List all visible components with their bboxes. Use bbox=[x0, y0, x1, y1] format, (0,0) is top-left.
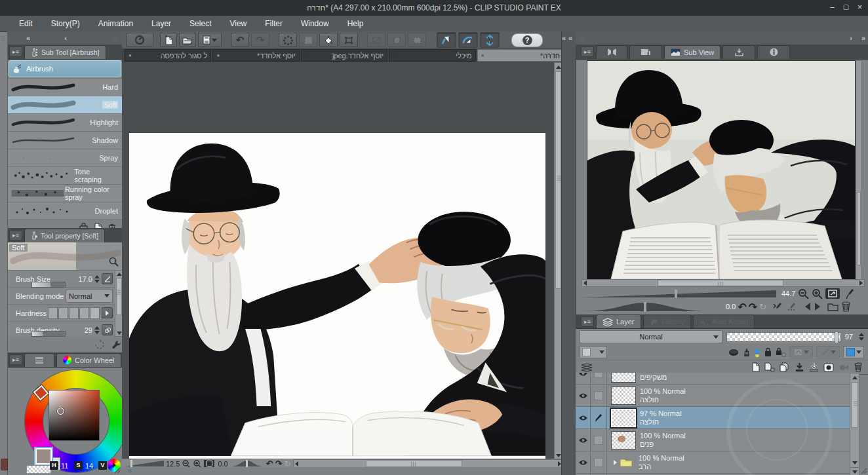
canvas-viewport[interactable] bbox=[122, 62, 554, 459]
layer-effect-select[interactable] bbox=[580, 346, 607, 358]
canvas-rotation-slider[interactable] bbox=[230, 460, 264, 467]
layer-name[interactable]: חולצה bbox=[640, 418, 682, 427]
sub-tool-tab[interactable]: Sub Tool [Airbrush] bbox=[24, 45, 106, 59]
transparent-color-swatch[interactable] bbox=[26, 465, 51, 474]
draft-layer-icon[interactable] bbox=[754, 347, 760, 358]
menu-item-layer[interactable]: Layer bbox=[143, 19, 180, 28]
folder-expand-arrow[interactable] bbox=[614, 460, 617, 465]
import-tab[interactable] bbox=[722, 45, 755, 59]
hardness-step-2[interactable] bbox=[58, 307, 68, 319]
layer-checkbox[interactable] bbox=[594, 373, 603, 378]
previous-image-button[interactable] bbox=[805, 303, 810, 311]
snap-ruler-button[interactable] bbox=[437, 32, 456, 48]
undo-button[interactable]: ↶ bbox=[231, 33, 249, 47]
sub-view-zoom-slider[interactable] bbox=[582, 290, 776, 298]
sub-view-rotate-ccw[interactable]: ↶ bbox=[738, 301, 746, 313]
sub-view-hscrollbar[interactable]: ||| bbox=[582, 279, 865, 287]
panel-menu-icon[interactable]: ▸≡ bbox=[581, 316, 594, 327]
layer-thumbnail[interactable] bbox=[611, 409, 636, 427]
menu-item-window[interactable]: Window bbox=[292, 19, 338, 28]
snap-grid-button[interactable] bbox=[480, 32, 500, 48]
reset-all-settings-icon[interactable] bbox=[94, 339, 105, 350]
blending-mode-select[interactable]: Normal bbox=[66, 290, 113, 303]
brush-size-slider[interactable] bbox=[31, 282, 66, 288]
panel-menu-icon[interactable]: ▸≡ bbox=[581, 47, 594, 57]
color-wheel-tab[interactable]: Color Wheel bbox=[56, 353, 121, 367]
canvas-page[interactable] bbox=[129, 133, 545, 459]
panel-menu-icon[interactable]: ▸≡ bbox=[9, 230, 22, 240]
visibility-eye-icon[interactable] bbox=[578, 437, 588, 444]
sv-square[interactable] bbox=[49, 390, 100, 441]
layer-list-scrollbar[interactable]: ||| bbox=[850, 373, 859, 475]
new-raster-layer-icon[interactable] bbox=[751, 362, 760, 372]
layer-blend-mode-select[interactable]: Normal bbox=[580, 330, 722, 343]
snap-special-ruler-button[interactable] bbox=[458, 32, 478, 48]
brush-item-highlight[interactable]: Highlight bbox=[8, 114, 122, 132]
menu-item-filter[interactable]: Filter bbox=[256, 19, 291, 28]
layer-opacity-value[interactable]: 97 bbox=[845, 333, 853, 341]
visibility-eye-icon[interactable] bbox=[578, 373, 588, 377]
brush-size-up[interactable] bbox=[94, 275, 100, 278]
expand-status-icon[interactable]: « bbox=[125, 469, 134, 474]
layer-checkbox[interactable] bbox=[594, 391, 603, 400]
minimize-button[interactable]: – bbox=[827, 2, 838, 12]
stroke-preview-settings-icon[interactable] bbox=[109, 257, 119, 267]
deselect-button[interactable] bbox=[279, 33, 297, 47]
maximize-button[interactable]: ▢ bbox=[840, 2, 852, 12]
hue-ring-marker[interactable] bbox=[33, 385, 49, 401]
merge-down-icon[interactable] bbox=[795, 362, 804, 372]
transfer-down-icon[interactable] bbox=[809, 362, 819, 372]
hardness-step-1[interactable] bbox=[48, 307, 58, 319]
brush-item-droplet[interactable]: Droplet bbox=[8, 202, 122, 220]
brush-size-dynamics-button[interactable] bbox=[102, 273, 113, 284]
wrench-icon[interactable] bbox=[111, 339, 122, 350]
save-dropdown-arrow[interactable] bbox=[212, 39, 217, 42]
menu-item-view[interactable]: View bbox=[221, 19, 255, 28]
brush-size-value[interactable]: 17.0 bbox=[79, 275, 92, 283]
lock-layer-icon[interactable] bbox=[764, 347, 772, 357]
doc-tab-1[interactable]: ל סגור להדפסה ● bbox=[125, 49, 211, 62]
layer-color-button[interactable] bbox=[843, 346, 864, 358]
doc-tab-close-icon[interactable]: × bbox=[305, 52, 309, 60]
shear-button[interactable] bbox=[387, 33, 406, 47]
brush-item-hard[interactable]: Hard bbox=[8, 79, 122, 96]
hardness-step-5[interactable] bbox=[90, 307, 100, 319]
fit-to-screen-button[interactable] bbox=[204, 460, 214, 468]
layer-tab[interactable]: Layer bbox=[596, 314, 641, 328]
sub-view-vscrollbar[interactable] bbox=[856, 60, 862, 280]
brush-item-running-color-spray[interactable]: Running color spray bbox=[8, 185, 122, 202]
eyedropper-settings-icon[interactable] bbox=[786, 301, 798, 312]
apply-mask-icon[interactable] bbox=[838, 363, 849, 372]
canvas-artwork[interactable] bbox=[129, 133, 545, 459]
reference-layer-icon[interactable] bbox=[743, 347, 751, 357]
brush-density-dynamics-button[interactable] bbox=[102, 324, 113, 335]
panel-menu-icon[interactable]: ▸≡ bbox=[9, 47, 22, 57]
next-image-button[interactable] bbox=[815, 303, 820, 311]
hardness-step-3[interactable] bbox=[69, 307, 79, 319]
visibility-eye-icon[interactable] bbox=[578, 459, 588, 466]
brush-density-value[interactable]: 29 bbox=[85, 326, 92, 334]
brush-item-shadow[interactable]: Shadow bbox=[8, 132, 122, 149]
visibility-eye-icon[interactable] bbox=[578, 415, 588, 421]
doc-tab-modified-dot[interactable]: ● bbox=[481, 52, 484, 58]
doc-tab-4[interactable]: מיכלי × bbox=[389, 49, 475, 62]
layer-row-mishkafaim[interactable]: 100 % Normal משקיפים bbox=[576, 373, 850, 385]
clip-at-layer-icon[interactable] bbox=[728, 349, 740, 356]
layer-checkbox[interactable] bbox=[594, 436, 603, 445]
hardness-step-4[interactable] bbox=[79, 307, 89, 319]
layer-thumbnail[interactable] bbox=[611, 431, 636, 449]
opacity-up[interactable] bbox=[859, 333, 864, 336]
close-button[interactable]: × bbox=[854, 2, 865, 12]
brush-item-spray[interactable]: Spray bbox=[8, 149, 122, 167]
sub-view-tab[interactable]: Sub View bbox=[664, 45, 720, 59]
doc-tab-2[interactable]: יוסף אלחדד* ● bbox=[212, 49, 299, 62]
ruler-show-button[interactable] bbox=[816, 346, 840, 358]
auto-action-tab[interactable]: Auto Action bbox=[693, 314, 755, 328]
layer-thumbnail[interactable] bbox=[611, 387, 636, 405]
sub-view-rotate-cw[interactable]: ↷ bbox=[749, 301, 757, 313]
layer-name[interactable]: חולצה bbox=[640, 396, 686, 404]
flip-horizontal-button[interactable] bbox=[367, 33, 385, 47]
brush-density-down[interactable] bbox=[94, 331, 100, 334]
doc-tab-5-active[interactable]: חדרה* ● bbox=[477, 49, 564, 62]
doc-tab-close-icon[interactable]: × bbox=[393, 52, 397, 60]
